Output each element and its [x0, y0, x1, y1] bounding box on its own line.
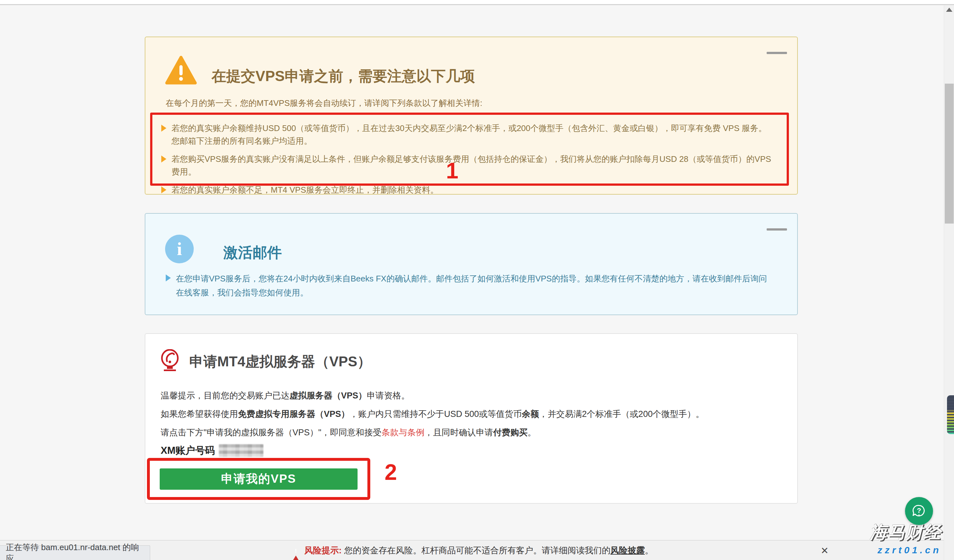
- list-item: 在您申请VPS服务后，您将在24小时内收到来自Beeks FX的确认邮件。邮件包…: [166, 272, 775, 300]
- side-floating-widget[interactable]: [947, 395, 954, 434]
- text-part-bold: 免费虚拟专用服务器（VPS）: [238, 409, 349, 419]
- scrollbar-thumb[interactable]: [945, 84, 954, 224]
- bullet-text: 若您的真实账户余额不足，MT4 VPS服务会立即终止，并删除相关资料。: [171, 184, 438, 196]
- bullet-text: 若您购买VPS服务的真实账户没有满足以上条件，但账户余额足够支付该服务费用（包括…: [171, 152, 774, 178]
- list-item: 若您的真实账户余额不足，MT4 VPS服务会立即终止，并删除相关资料。: [161, 184, 774, 196]
- collapse-icon[interactable]: [767, 228, 787, 230]
- text-part-bold: 余额: [522, 409, 539, 419]
- warning-bullet-list: 若您的真实账户余额维持USD 500（或等值货币），且在过去30天内交易至少满2…: [152, 115, 787, 202]
- risk-disclosure-link[interactable]: 风险披露: [610, 545, 645, 556]
- warning-intro-text: 在每个月的第一天，您的MT4VPS服务将会自动续订，请详阅下列条款以了解相关详情…: [166, 98, 482, 109]
- annotation-box-1: 若您的真实账户余额维持USD 500（或等值货币），且在过去30天内交易至少满2…: [150, 113, 789, 186]
- text-part: ，并交易满2个标准手（或200个微型手）。: [539, 409, 704, 419]
- account-number-redacted: [219, 444, 263, 457]
- warning-panel-title: 在提交VPS申请之前，需要注意以下几项: [212, 67, 475, 86]
- bullet-arrow-icon: [161, 124, 166, 132]
- info-panel-title: 激活邮件: [223, 243, 282, 263]
- risk-suffix: 。: [645, 545, 653, 556]
- risk-warning-mark: !: [290, 548, 301, 555]
- risk-label: 风险提示:: [304, 545, 341, 556]
- info-icon: i: [165, 235, 194, 263]
- close-icon[interactable]: ✕: [821, 545, 829, 556]
- text-part-bold: 付费购买: [493, 428, 527, 437]
- vertical-scrollbar[interactable]: [944, 0, 954, 560]
- text-part: 如果您希望获得使用: [161, 409, 238, 419]
- text-part: 申请资格。: [367, 391, 410, 400]
- bullet-arrow-icon: [161, 186, 166, 193]
- apply-paragraph-1: 温馨提示，目前您的交易账户已达虚拟服务器（VPS）申请资格。: [161, 389, 778, 402]
- apply-vps-button[interactable]: 申请我的VPS: [160, 468, 357, 490]
- info-icon-letter: i: [177, 240, 182, 258]
- question-bubble-icon: ?: [910, 502, 928, 520]
- account-row: XM账户号码: [161, 444, 263, 457]
- browser-edge-strip: [0, 0, 954, 5]
- status-text: 正在等待 bam.eu01.nr-data.net 的响应...: [6, 542, 150, 560]
- apply-paragraph-2: 如果您希望获得使用免费虚拟专用服务器（VPS），账户内只需维持不少于USD 50…: [161, 408, 778, 420]
- apply-panel-title: 申请MT4虚拟服务器（VPS）: [189, 352, 371, 371]
- browser-status-tooltip: 正在等待 bam.eu01.nr-data.net 的响应...: [0, 545, 150, 560]
- annotation-box-2: 申请我的VPS: [147, 458, 370, 500]
- list-item: 若您购买VPS服务的真实账户没有满足以上条件，但账户余额足够支付该服务费用（包括…: [161, 152, 774, 178]
- vps-stamp-icon: [160, 349, 180, 373]
- terms-link[interactable]: 条款与条例: [381, 428, 424, 437]
- warning-triangle-icon: [165, 56, 197, 86]
- scroll-up-icon[interactable]: [946, 8, 952, 12]
- annotation-number-1: 1: [446, 158, 458, 184]
- bullet-arrow-icon: [166, 274, 171, 282]
- text-part: 请点击下方"申请我的虚拟服务器（VPS）"，即同意和接受: [161, 428, 381, 437]
- risk-text: 您的资金存在风险。杠杆商品可能不适合所有客户。请详细阅读我们的: [344, 545, 610, 556]
- bullet-text: 若您的真实账户余额维持USD 500（或等值货币），且在过去30天内交易至少满2…: [171, 122, 774, 147]
- vps-warning-panel: 在提交VPS申请之前，需要注意以下几项 在每个月的第一天，您的MT4VPS服务将…: [145, 37, 798, 194]
- text-part-bold: 虚拟服务器（VPS）: [290, 391, 367, 400]
- list-item: 若您的真实账户余额维持USD 500（或等值货币），且在过去30天内交易至少满2…: [161, 122, 774, 147]
- collapse-icon[interactable]: [767, 52, 787, 54]
- apply-vps-panel: 申请MT4虚拟服务器（VPS） 温馨提示，目前您的交易账户已达虚拟服务器（VPS…: [145, 333, 798, 504]
- account-label: XM账户号码: [161, 444, 215, 457]
- svg-text:?: ?: [917, 507, 921, 515]
- apply-paragraph-3: 请点击下方"申请我的虚拟服务器（VPS）"，即同意和接受条款与条例，且同时确认申…: [161, 426, 778, 439]
- text-part: 。: [527, 428, 536, 437]
- help-button[interactable]: ?: [905, 497, 933, 525]
- bullet-arrow-icon: [161, 156, 166, 162]
- annotation-number-2: 2: [385, 459, 397, 485]
- activation-email-panel: i 激活邮件 在您申请VPS服务后，您将在24小时内收到来自Beeks FX的确…: [145, 213, 798, 315]
- text-part: ，账户内只需维持不少于USD 500或等值货币: [349, 409, 522, 419]
- info-text: 在您申请VPS服务后，您将在24小时内收到来自Beeks FX的确认邮件。邮件包…: [176, 272, 775, 300]
- text-part: ，且同时确认申请: [424, 428, 493, 437]
- text-part: 温馨提示，目前您的交易账户已达: [161, 391, 290, 400]
- risk-warning-icon: !: [290, 546, 301, 555]
